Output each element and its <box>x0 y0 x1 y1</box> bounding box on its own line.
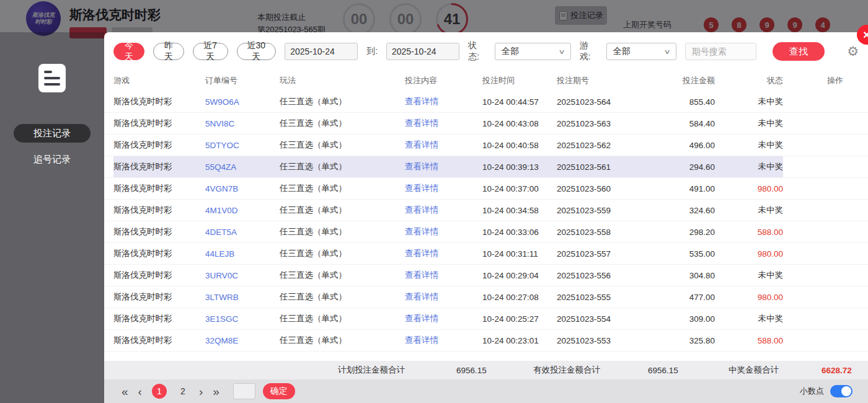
range-7days-button[interactable]: 近7天 <box>193 43 228 60</box>
cell-status: 未中奖 <box>715 91 783 112</box>
order-number-link[interactable]: 55Q4ZA <box>205 156 280 177</box>
sidebar-item-chase-records[interactable]: 追号记录 <box>14 150 91 169</box>
cell-action <box>783 200 859 221</box>
view-details-link[interactable]: 查看详情 <box>405 286 482 308</box>
cell-play-type: 任三直选（单式） <box>280 135 405 156</box>
column-header-content: 投注内容 <box>405 75 482 86</box>
view-details-link[interactable]: 查看详情 <box>405 308 482 329</box>
cell-play-type: 任三直选（单式） <box>280 243 405 264</box>
order-number-link[interactable]: 5DTYOC <box>205 135 280 156</box>
table-row: 斯洛伐克时时彩 32QM8E 任三直选（单式） 查看详情 10-24 00:23… <box>104 330 868 352</box>
range-yesterday-button[interactable]: 昨天 <box>153 43 184 60</box>
cell-bet-time: 10-24 00:43:08 <box>482 113 557 134</box>
gear-icon[interactable]: ⚙ <box>847 44 859 59</box>
cell-bet-amount: 304.80 <box>659 265 715 286</box>
range-30days-button[interactable]: 近30天 <box>237 43 277 60</box>
cell-action <box>783 330 859 351</box>
order-number-link[interactable]: 3LTWRB <box>205 286 280 308</box>
cell-bet-time: 10-24 00:29:04 <box>482 265 557 286</box>
cell-play-type: 任三直选（单式） <box>280 200 405 221</box>
status-select-value: 全部 <box>502 46 519 57</box>
cell-action <box>783 156 859 177</box>
column-header-issue: 投注期号 <box>557 75 659 86</box>
cell-game: 斯洛伐克时时彩 <box>113 265 205 286</box>
search-button[interactable]: 查找 <box>773 42 825 61</box>
order-number-link[interactable]: 5W9O6A <box>205 91 280 112</box>
modal-sidebar: 投注记录 追号记录 <box>0 32 104 403</box>
page-button-2[interactable]: 2 <box>175 384 190 399</box>
cell-game: 斯洛伐克时时彩 <box>113 286 205 308</box>
column-header-status: 状态 <box>715 75 783 86</box>
valid-total-label: 有效投注金额合计 <box>533 361 600 379</box>
cell-bet-amount: 855.40 <box>659 91 715 112</box>
order-number-link[interactable]: 32QM8E <box>205 330 280 351</box>
view-details-link[interactable]: 查看详情 <box>405 265 482 286</box>
order-number-link[interactable]: 3URV0C <box>205 265 280 286</box>
view-details-link[interactable]: 查看详情 <box>405 91 482 112</box>
table-row: 斯洛伐克时时彩 4VGN7B 任三直选（单式） 查看详情 10-24 00:37… <box>104 178 868 200</box>
cell-game: 斯洛伐克时时彩 <box>113 221 205 242</box>
cell-bet-amount: 294.60 <box>659 156 715 177</box>
order-number-link[interactable]: 4DET5A <box>205 221 280 242</box>
date-to-input[interactable] <box>386 43 459 60</box>
cell-bet-time: 10-24 00:40:58 <box>482 135 557 156</box>
status-select[interactable]: 全部 ∨ <box>495 43 571 60</box>
column-header-play: 玩法 <box>280 75 405 86</box>
decimal-toggle-group: 小数点 <box>800 385 852 397</box>
view-details-link[interactable]: 查看详情 <box>405 200 482 221</box>
view-details-link[interactable]: 查看详情 <box>405 178 482 199</box>
view-details-link[interactable]: 查看详情 <box>405 135 482 156</box>
column-header-game: 游戏 <box>113 75 205 86</box>
cell-play-type: 任三直选（单式） <box>280 308 405 329</box>
order-number-link[interactable]: 3E1SGC <box>205 308 280 329</box>
decimal-toggle[interactable] <box>830 385 852 397</box>
cell-game: 斯洛伐克时时彩 <box>113 330 205 351</box>
sidebar-item-bet-records[interactable]: 投注记录 <box>14 124 91 143</box>
cell-bet-issue: 20251023-558 <box>557 221 659 242</box>
date-to-label: 到: <box>366 46 378 57</box>
order-number-link[interactable]: 4VGN7B <box>205 178 280 199</box>
status-label: 状态: <box>468 40 486 63</box>
order-number-link[interactable]: 5NVI8C <box>205 113 280 134</box>
cell-bet-issue: 20251023-553 <box>557 330 659 351</box>
table-body: 斯洛伐克时时彩 5W9O6A 任三直选（单式） 查看详情 10-24 00:44… <box>104 91 868 352</box>
date-from-input[interactable] <box>285 43 358 60</box>
game-label: 游戏: <box>580 40 598 63</box>
last-page-icon[interactable]: » <box>213 386 219 397</box>
order-number-link[interactable]: 4M1V0D <box>205 200 280 221</box>
cell-status: 未中奖 <box>715 135 783 156</box>
issue-search-input[interactable] <box>685 43 756 60</box>
game-select[interactable]: 全部 ∨ <box>606 43 676 60</box>
cell-status: 未中奖 <box>715 156 783 177</box>
confirm-page-button[interactable]: 确定 <box>263 383 295 399</box>
next-page-icon[interactable]: › <box>199 386 203 397</box>
cell-action <box>783 265 859 286</box>
cell-game: 斯洛伐克时时彩 <box>113 113 205 134</box>
range-today-button[interactable]: 今天 <box>113 43 144 60</box>
cell-bet-time: 10-24 00:37:00 <box>482 178 557 199</box>
view-details-link[interactable]: 查看详情 <box>405 113 482 134</box>
view-details-link[interactable]: 查看详情 <box>405 330 482 351</box>
prev-page-icon[interactable]: ‹ <box>138 386 142 397</box>
view-details-link[interactable]: 查看详情 <box>405 243 482 264</box>
cell-play-type: 任三直选（单式） <box>280 330 405 351</box>
first-page-icon[interactable]: « <box>122 386 128 397</box>
cell-play-type: 任三直选（单式） <box>280 113 405 134</box>
view-details-link[interactable]: 查看详情 <box>405 156 482 177</box>
table-row: 斯洛伐克时时彩 55Q4ZA 任三直选（单式） 查看详情 10-24 00:39… <box>104 156 868 178</box>
cell-status: 未中奖 <box>715 265 783 286</box>
page-number-input[interactable] <box>233 383 255 399</box>
order-number-link[interactable]: 44LEJB <box>205 243 280 264</box>
table-row: 斯洛伐克时时彩 3URV0C 任三直选（单式） 查看详情 10-24 00:29… <box>104 265 868 286</box>
cell-bet-time: 10-24 00:34:58 <box>482 200 557 221</box>
page-button-1[interactable]: 1 <box>152 384 167 399</box>
cell-bet-issue: 20251023-561 <box>557 156 659 177</box>
cell-action <box>783 308 859 329</box>
view-details-link[interactable]: 查看详情 <box>405 221 482 242</box>
summary-bar: 计划投注金额合计 6956.15 有效投注金额合计 6956.15 中奖金额合计… <box>104 361 868 379</box>
cell-game: 斯洛伐克时时彩 <box>113 243 205 264</box>
cell-bet-issue: 20251023-559 <box>557 200 659 221</box>
cell-bet-amount: 324.60 <box>659 200 715 221</box>
table-header-row: 游戏 订单编号 玩法 投注内容 投注时间 投注期号 投注金额 状态 操作 <box>104 69 868 91</box>
cell-bet-issue: 20251023-562 <box>557 135 659 156</box>
